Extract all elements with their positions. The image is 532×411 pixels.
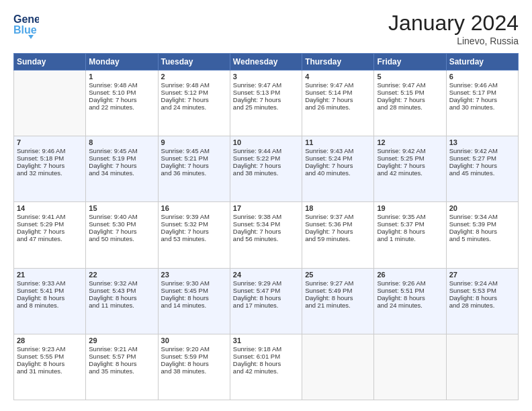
day-info: and 17 minutes. — [233, 302, 299, 309]
header: General Blue January 2024 Linevo, Russia — [13, 11, 519, 46]
day-info: Sunrise: 9:38 AM — [233, 213, 299, 220]
day-info: Sunset: 5:18 PM — [17, 154, 83, 162]
day-info: Sunset: 5:17 PM — [449, 89, 515, 96]
calendar-cell-2-0: 14Sunrise: 9:41 AMSunset: 5:29 PMDayligh… — [14, 202, 86, 268]
day-number: 31 — [233, 336, 299, 345]
day-info: Sunrise: 9:32 AM — [89, 279, 154, 287]
day-info: Sunset: 5:41 PM — [17, 287, 83, 294]
day-info: Daylight: 7 hours — [233, 228, 299, 235]
calendar-week-3: 21Sunrise: 9:33 AMSunset: 5:41 PMDayligh… — [14, 268, 519, 334]
day-info: Sunrise: 9:30 AM — [161, 279, 227, 287]
page: General Blue January 2024 Linevo, Russia… — [0, 0, 532, 411]
day-info: Daylight: 8 hours — [449, 294, 515, 302]
day-info: Sunrise: 9:18 AM — [233, 345, 299, 353]
calendar-cell-0-1: 1Sunrise: 9:48 AMSunset: 5:10 PMDaylight… — [86, 71, 158, 136]
day-info: and 22 minutes. — [89, 103, 154, 111]
day-info: Sunrise: 9:23 AM — [17, 345, 83, 353]
day-info: Daylight: 8 hours — [17, 360, 83, 367]
day-info: Sunrise: 9:33 AM — [17, 279, 83, 287]
day-info: Daylight: 8 hours — [233, 360, 299, 367]
calendar-cell-0-2: 2Sunrise: 9:48 AMSunset: 5:12 PMDaylight… — [158, 71, 230, 136]
day-info: and 56 minutes. — [233, 235, 299, 242]
calendar-cell-2-4: 18Sunrise: 9:37 AMSunset: 5:36 PMDayligh… — [302, 202, 374, 268]
calendar-cell-3-1: 22Sunrise: 9:32 AMSunset: 5:43 PMDayligh… — [86, 268, 158, 334]
calendar-week-0: 1Sunrise: 9:48 AMSunset: 5:10 PMDaylight… — [14, 71, 519, 136]
day-info: Sunset: 5:15 PM — [377, 89, 443, 96]
calendar-cell-2-5: 19Sunrise: 9:35 AMSunset: 5:37 PMDayligh… — [374, 202, 446, 268]
day-info: Sunset: 5:39 PM — [449, 220, 515, 228]
day-info: Daylight: 8 hours — [89, 360, 154, 367]
day-number: 5 — [377, 73, 443, 81]
calendar-cell-3-5: 26Sunrise: 9:26 AMSunset: 5:51 PMDayligh… — [374, 268, 446, 334]
day-info: and 8 minutes. — [17, 302, 83, 309]
day-info: Sunrise: 9:29 AM — [233, 279, 299, 287]
day-info: and 24 minutes. — [377, 302, 443, 309]
calendar-cell-4-4 — [302, 334, 374, 400]
day-info: Sunset: 5:57 PM — [89, 353, 154, 360]
day-number: 12 — [377, 138, 443, 146]
day-number: 26 — [377, 271, 443, 279]
calendar-cell-3-3: 24Sunrise: 9:29 AMSunset: 5:47 PMDayligh… — [230, 268, 302, 334]
day-info: Daylight: 7 hours — [449, 162, 515, 169]
day-info: and 24 minutes. — [161, 103, 227, 111]
logo: General Blue — [13, 11, 39, 39]
header-row: Sunday Monday Tuesday Wednesday Thursday… — [14, 54, 519, 71]
calendar-cell-0-3: 3Sunrise: 9:47 AMSunset: 5:13 PMDaylight… — [230, 71, 302, 136]
col-thursday: Thursday — [302, 54, 374, 71]
day-number: 4 — [305, 73, 371, 81]
day-number: 14 — [17, 204, 83, 212]
calendar-cell-2-6: 20Sunrise: 9:34 AMSunset: 5:39 PMDayligh… — [446, 202, 518, 268]
day-info: Sunrise: 9:44 AM — [233, 147, 299, 154]
day-info: Sunrise: 9:48 AM — [161, 81, 227, 89]
day-info: Sunset: 5:37 PM — [377, 220, 443, 228]
day-info: and 25 minutes. — [233, 103, 299, 111]
day-info: Sunrise: 9:21 AM — [89, 345, 154, 353]
calendar-cell-3-4: 25Sunrise: 9:27 AMSunset: 5:49 PMDayligh… — [302, 268, 374, 334]
day-info: Sunset: 5:55 PM — [17, 353, 83, 360]
day-info: and 53 minutes. — [161, 235, 227, 242]
day-info: and 11 minutes. — [89, 302, 154, 309]
day-number: 24 — [233, 271, 299, 279]
day-info: Sunset: 5:45 PM — [161, 287, 227, 294]
day-info: Sunrise: 9:34 AM — [449, 213, 515, 220]
calendar-cell-1-1: 8Sunrise: 9:45 AMSunset: 5:19 PMDaylight… — [86, 136, 158, 202]
day-info: and 38 minutes. — [161, 367, 227, 375]
day-info: and 35 minutes. — [89, 367, 154, 375]
day-info: Daylight: 8 hours — [449, 228, 515, 235]
day-info: Sunset: 5:47 PM — [233, 287, 299, 294]
day-number: 8 — [89, 138, 154, 146]
day-info: Sunrise: 9:20 AM — [161, 345, 227, 353]
day-number: 7 — [17, 138, 83, 146]
calendar-table: Sunday Monday Tuesday Wednesday Thursday… — [13, 53, 519, 400]
day-info: and 42 minutes. — [233, 367, 299, 375]
day-number: 11 — [305, 138, 371, 146]
day-info: Daylight: 8 hours — [377, 228, 443, 235]
calendar-week-4: 28Sunrise: 9:23 AMSunset: 5:55 PMDayligh… — [14, 334, 519, 400]
day-info: Sunrise: 9:43 AM — [305, 147, 371, 154]
day-info: Daylight: 7 hours — [233, 162, 299, 169]
calendar-cell-4-0: 28Sunrise: 9:23 AMSunset: 5:55 PMDayligh… — [14, 334, 86, 400]
calendar-cell-2-3: 17Sunrise: 9:38 AMSunset: 5:34 PMDayligh… — [230, 202, 302, 268]
calendar-cell-1-4: 11Sunrise: 9:43 AMSunset: 5:24 PMDayligh… — [302, 136, 374, 202]
day-info: Sunset: 5:10 PM — [89, 89, 154, 96]
day-info: Daylight: 7 hours — [161, 162, 227, 169]
day-info: and 1 minute. — [377, 235, 443, 242]
day-number: 23 — [161, 271, 227, 279]
day-info: Sunrise: 9:24 AM — [449, 279, 515, 287]
calendar-cell-1-6: 13Sunrise: 9:42 AMSunset: 5:27 PMDayligh… — [446, 136, 518, 202]
day-info: Daylight: 8 hours — [89, 294, 154, 302]
calendar-cell-4-1: 29Sunrise: 9:21 AMSunset: 5:57 PMDayligh… — [86, 334, 158, 400]
col-monday: Monday — [86, 54, 158, 71]
calendar-cell-1-0: 7Sunrise: 9:46 AMSunset: 5:18 PMDaylight… — [14, 136, 86, 202]
day-info: Sunrise: 9:47 AM — [233, 81, 299, 89]
day-number: 9 — [161, 138, 227, 146]
day-info: Sunrise: 9:37 AM — [305, 213, 371, 220]
calendar-subtitle: Linevo, Russia — [388, 36, 519, 46]
calendar-cell-4-3: 31Sunrise: 9:18 AMSunset: 6:01 PMDayligh… — [230, 334, 302, 400]
day-info: and 36 minutes. — [161, 169, 227, 177]
calendar-week-1: 7Sunrise: 9:46 AMSunset: 5:18 PMDaylight… — [14, 136, 519, 202]
day-info: Daylight: 7 hours — [305, 228, 371, 235]
col-tuesday: Tuesday — [158, 54, 230, 71]
day-number: 3 — [233, 73, 299, 81]
day-info: Daylight: 8 hours — [377, 294, 443, 302]
